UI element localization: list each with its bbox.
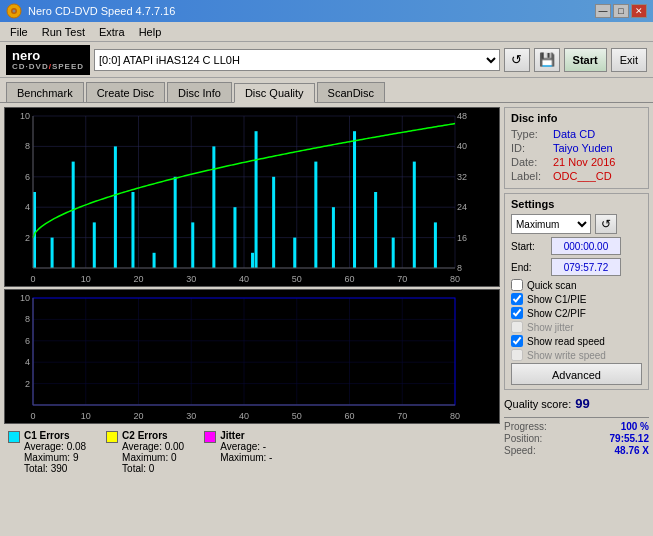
disc-id-label: ID:	[511, 142, 549, 154]
disc-id-value: Taiyo Yuden	[553, 142, 613, 154]
app-icon	[6, 3, 22, 19]
c2pif-label: Show C2/PIF	[527, 308, 586, 319]
maximize-button[interactable]: □	[613, 4, 629, 18]
settings-section: Settings Maximum ↺ Start: End: Quick sca…	[504, 193, 649, 390]
menu-run-test[interactable]: Run Test	[36, 24, 91, 40]
start-row: Start:	[511, 237, 642, 255]
jitter-label: Jitter	[220, 430, 272, 441]
start-input[interactable]	[551, 237, 621, 255]
writespeed-label: Show write speed	[527, 350, 606, 361]
charts-area: C1 Errors Average: 0.08 Maximum: 9 Total…	[4, 107, 500, 478]
jitter-avg-label: Average:	[220, 441, 260, 452]
quickscan-checkbox[interactable]	[511, 279, 523, 291]
tab-benchmark[interactable]: Benchmark	[6, 82, 84, 102]
disc-type-value: Data CD	[553, 128, 595, 140]
close-button[interactable]: ✕	[631, 4, 647, 18]
jitter-avg-value: -	[263, 441, 266, 452]
end-label: End:	[511, 262, 547, 273]
stats-section: Progress: 100 % Position: 79:55.12 Speed…	[504, 417, 649, 457]
quality-score-value: 99	[575, 396, 589, 411]
jitter-checkbox[interactable]	[511, 321, 523, 333]
speed-value: 48.76 X	[615, 445, 649, 456]
disc-date-label: Date:	[511, 156, 549, 168]
disc-date-value: 21 Nov 2016	[553, 156, 615, 168]
quality-score-label: Quality score:	[504, 398, 571, 410]
progress-label: Progress:	[504, 421, 547, 432]
reload-button[interactable]: ↺	[504, 48, 530, 72]
disc-label-value: ODC___CD	[553, 170, 612, 182]
tab-bar: Benchmark Create Disc Disc Info Disc Qua…	[0, 78, 653, 102]
speed-select[interactable]: Maximum	[511, 214, 591, 234]
title-bar: Nero CD-DVD Speed 4.7.7.16 — □ ✕	[0, 0, 653, 22]
tab-content: C1 Errors Average: 0.08 Maximum: 9 Total…	[0, 102, 653, 482]
disc-type-label: Type:	[511, 128, 549, 140]
legend-c1: C1 Errors Average: 0.08 Maximum: 9 Total…	[8, 430, 86, 474]
c1-avg-value: 0.08	[67, 441, 86, 452]
refresh-icon[interactable]: ↺	[595, 214, 617, 234]
c1-total-label: Total:	[24, 463, 48, 474]
bottom-chart	[4, 289, 500, 424]
tab-scan-disc[interactable]: ScanDisc	[317, 82, 385, 102]
position-row: Position: 79:55.12	[504, 433, 649, 444]
title-bar-controls: — □ ✕	[595, 4, 647, 18]
toolbar: nero CD·DVD/SPEED [0:0] ATAPI iHAS124 C …	[0, 42, 653, 78]
writespeed-checkbox[interactable]	[511, 349, 523, 361]
tab-disc-info[interactable]: Disc Info	[167, 82, 232, 102]
c2-maximum: Maximum: 0	[122, 452, 184, 463]
c1-maximum: Maximum: 9	[24, 452, 86, 463]
disc-info-title: Disc info	[511, 112, 642, 124]
writespeed-row: Show write speed	[511, 349, 642, 361]
settings-title: Settings	[511, 198, 642, 210]
c1-average: Average: 0.08	[24, 441, 86, 452]
c2-color-box	[106, 431, 118, 443]
menu-file[interactable]: File	[4, 24, 34, 40]
c1-max-label: Maximum:	[24, 452, 70, 463]
c2-avg-label: Average:	[122, 441, 162, 452]
disc-id-row: ID: Taiyo Yuden	[511, 142, 642, 154]
position-value: 79:55.12	[610, 433, 649, 444]
end-input[interactable]	[551, 258, 621, 276]
jitter-label: Show jitter	[527, 322, 574, 333]
menu-extra[interactable]: Extra	[93, 24, 131, 40]
c1-label: C1 Errors	[24, 430, 86, 441]
quickscan-label: Quick scan	[527, 280, 576, 291]
quickscan-row: Quick scan	[511, 279, 642, 291]
c1pie-checkbox[interactable]	[511, 293, 523, 305]
jitter-max-value: -	[269, 452, 272, 463]
c2pif-checkbox[interactable]	[511, 307, 523, 319]
end-row: End:	[511, 258, 642, 276]
readspeed-checkbox[interactable]	[511, 335, 523, 347]
c2-total: Total: 0	[122, 463, 184, 474]
position-label: Position:	[504, 433, 542, 444]
legend-c2: C2 Errors Average: 0.00 Maximum: 0 Total…	[106, 430, 184, 474]
nero-logo: nero CD·DVD/SPEED	[6, 45, 90, 75]
readspeed-row: Show read speed	[511, 335, 642, 347]
legend-jitter: Jitter Average: - Maximum: -	[204, 430, 272, 474]
menu-help[interactable]: Help	[133, 24, 168, 40]
speed-label: Speed:	[504, 445, 536, 456]
disc-type-row: Type: Data CD	[511, 128, 642, 140]
start-button[interactable]: Start	[564, 48, 607, 72]
c1-total: Total: 390	[24, 463, 86, 474]
minimize-button[interactable]: —	[595, 4, 611, 18]
tab-create-disc[interactable]: Create Disc	[86, 82, 165, 102]
exit-button[interactable]: Exit	[611, 48, 647, 72]
c2-label: C2 Errors	[122, 430, 184, 441]
jitter-max-label: Maximum:	[220, 452, 266, 463]
top-chart	[4, 107, 500, 287]
c2-total-value: 0	[149, 463, 155, 474]
c1pie-row: Show C1/PIE	[511, 293, 642, 305]
advanced-button[interactable]: Advanced	[511, 363, 642, 385]
save-button[interactable]: 💾	[534, 48, 560, 72]
svg-point-2	[13, 10, 16, 13]
tab-disc-quality[interactable]: Disc Quality	[234, 83, 315, 103]
disc-info-section: Disc info Type: Data CD ID: Taiyo Yuden …	[504, 107, 649, 189]
drive-select[interactable]: [0:0] ATAPI iHAS124 C LL0H	[94, 49, 500, 71]
readspeed-label: Show read speed	[527, 336, 605, 347]
title-bar-left: Nero CD-DVD Speed 4.7.7.16	[6, 3, 175, 19]
c2-legend-text: C2 Errors Average: 0.00 Maximum: 0 Total…	[122, 430, 184, 474]
jitter-legend-text: Jitter Average: - Maximum: -	[220, 430, 272, 463]
speed-row: Speed: 48.76 X	[504, 445, 649, 456]
right-panel: Disc info Type: Data CD ID: Taiyo Yuden …	[504, 107, 649, 478]
c2-max-label: Maximum:	[122, 452, 168, 463]
